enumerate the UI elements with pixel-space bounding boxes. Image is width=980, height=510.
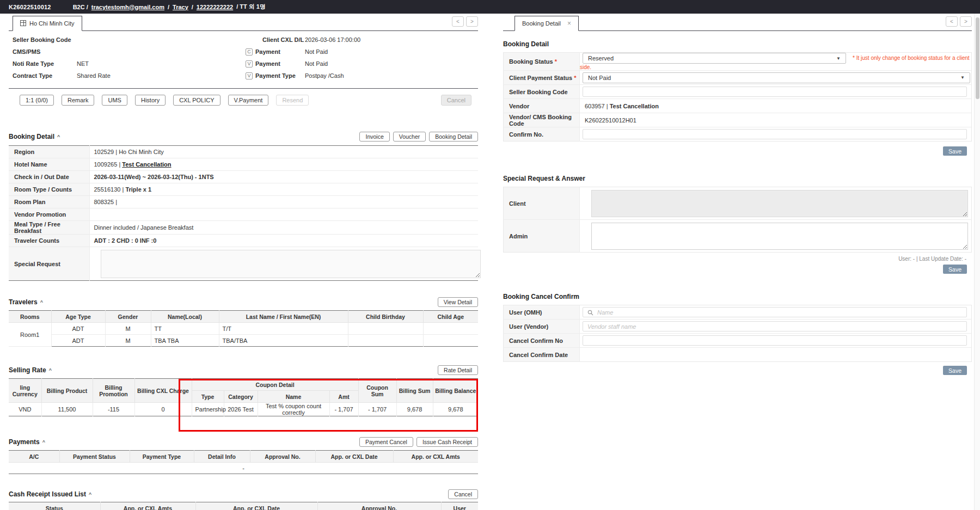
cash-receipt-cancel-button[interactable]: Cancel (448, 489, 478, 499)
user-omh-input[interactable] (583, 307, 967, 317)
invoice-button[interactable]: Invoice (359, 132, 389, 142)
room-plan-label: Room Plan (9, 196, 89, 208)
seller-booking-code-label: Seller Booking Code (13, 36, 77, 43)
table-header-row: Status App. or CXL Amts App. or CXL Date… (9, 502, 478, 510)
cash-receipt-section-header: Cash Receipt Issued List ^ Cancel (9, 488, 478, 500)
col-user: User (441, 502, 478, 510)
admin-answer-textarea[interactable] (591, 223, 968, 250)
client-name-link[interactable]: Tracy (173, 4, 188, 10)
next-tab-button[interactable]: > (466, 16, 478, 27)
hotel-name-link[interactable]: Test Cancellation (122, 161, 171, 168)
booking-status-value: Reserved (588, 55, 614, 62)
prev-tab-button[interactable]: < (452, 16, 464, 27)
client-payment-status-label: Client Payment Status* (504, 71, 580, 85)
billing-balance-cell: 9,678 (433, 403, 478, 416)
cancel-confirm-no-label: Cancel Confirm No (504, 334, 580, 348)
selling-rate-section-header: Selling Rate ^ Rate Detail (9, 364, 478, 376)
cancel-confirm-no-input[interactable] (583, 335, 967, 346)
remark-button[interactable]: Remark (62, 95, 95, 106)
rate-detail-button[interactable]: Rate Detail (438, 365, 478, 375)
col-approval-no: Approval No. (250, 451, 315, 463)
booking-summary-panel: Ho Chi Minh City < > Seller Booking Code… (9, 15, 478, 510)
one-to-one-button[interactable]: 1:1 (0/0) (20, 95, 54, 106)
col-child-age: Child Age (423, 311, 478, 323)
v-payment-button[interactable]: V.Payment (228, 95, 269, 106)
user-omh-label: User (OMH) (504, 305, 580, 319)
collapse-icon[interactable]: ^ (42, 439, 45, 445)
name-local-cell: TBA TBA (151, 335, 219, 347)
save-cancel-confirm-button[interactable]: Save (943, 366, 967, 375)
collapse-icon[interactable]: ^ (49, 367, 52, 373)
vendor-payment-icon: V (246, 60, 253, 67)
client-payment-value: Not Paid (305, 48, 328, 55)
next-tab-button[interactable]: > (960, 16, 972, 27)
collapse-icon[interactable]: ^ (57, 134, 60, 139)
vendor-promotion-label: Vendor Promotion (9, 208, 89, 221)
vendor-payment-value: Not Paid (305, 60, 328, 67)
form-row: Seller Booking Code (504, 85, 972, 99)
scrollbar-thumb[interactable] (976, 17, 979, 99)
noti-rate-type-label: Noti Rate Type (13, 60, 77, 67)
col-app-cxl-date: App. or CXL Date (315, 451, 393, 463)
selling-rate-title: Selling Rate (9, 366, 46, 374)
client-payment-status-select[interactable]: Not Paid▼ (583, 72, 970, 83)
billing-currency-cell: VND (9, 403, 41, 416)
history-button[interactable]: History (135, 95, 166, 106)
col-coupon-type: Type (192, 391, 224, 403)
booking-status-label: Booking Status* (504, 53, 580, 71)
save-special-request-button[interactable]: Save (943, 265, 967, 274)
contract-type-label: Contract Type (13, 72, 77, 79)
client-email-link[interactable]: tracytestomh@gmail.com (91, 4, 164, 10)
booking-action-bar: 1:1 (0/0) Remark UMS History CXL POLICY … (9, 89, 478, 106)
cancel-booking-button[interactable]: Cancel (441, 95, 471, 106)
booking-detail-edit-panel: Booking Detail × < > Booking Detail Book… (503, 15, 972, 375)
last-update-meta: User: - | Last Update Date: - (503, 256, 972, 262)
collapse-icon[interactable]: ^ (89, 491, 91, 497)
col-coupon-amt: Amt (329, 391, 358, 403)
form-row: Confirm No. (504, 127, 972, 142)
seller-booking-code-input[interactable] (583, 87, 967, 97)
tab-ho-chi-minh-city[interactable]: Ho Chi Minh City (13, 16, 82, 31)
col-payment-status: Payment Status (59, 451, 130, 463)
client-payment-label: Payment (255, 48, 305, 55)
client-request-label: Client (504, 187, 580, 220)
collapse-icon[interactable]: ^ (40, 299, 43, 305)
table-row: Meal Type / Free BreakfastDinner include… (9, 221, 478, 235)
payment-cancel-button[interactable]: Payment Cancel (359, 437, 413, 447)
grid-icon (20, 20, 26, 26)
search-icon (587, 310, 593, 316)
close-tab-icon[interactable]: × (567, 20, 571, 27)
col-coupon-sum: Coupon Sum (358, 379, 396, 403)
col-billing-cxl-charge: Billing CXL Charge (134, 379, 192, 403)
cxl-policy-button[interactable]: CXL POLICY (173, 95, 220, 106)
voucher-button[interactable]: Voucher (393, 132, 426, 142)
booking-detail-button[interactable]: Booking Detail (429, 132, 478, 142)
separator: / (192, 4, 193, 10)
client-request-textarea[interactable] (591, 190, 968, 217)
right-tabbar: Booking Detail × < > (503, 15, 972, 31)
empty-row: - (9, 463, 478, 474)
tab-booking-detail[interactable]: Booking Detail × (514, 16, 579, 31)
booking-detail-title: Booking Detail (9, 133, 54, 140)
client-phone-link[interactable]: 12222222222 (197, 4, 233, 10)
name-en-cell: TBA/TBA (219, 335, 348, 347)
special-request-textarea[interactable] (101, 250, 481, 278)
prev-tab-button[interactable]: < (946, 16, 958, 27)
confirm-no-input[interactable] (583, 129, 967, 139)
child-age-cell (423, 323, 478, 335)
ums-button[interactable]: UMS (102, 95, 127, 106)
view-detail-button[interactable]: View Detail (438, 297, 478, 307)
travelers-table: Rooms Age Type Gender Name(Local) Last N… (9, 310, 478, 347)
traveler-count-label: / TT 외 1명 (236, 3, 266, 11)
booking-status-select[interactable]: Reserved▼ (583, 53, 846, 64)
issue-cash-receipt-button[interactable]: Issue Cash Receipt (416, 437, 478, 447)
user-vendor-input[interactable] (583, 321, 967, 331)
table-row: Vendor Promotion (9, 208, 478, 221)
page-scrollbar[interactable] (974, 14, 980, 510)
coupon-category-cell: 2026 Test (224, 403, 258, 416)
resend-button[interactable]: Resend (276, 95, 309, 106)
room-type-id: 25516130 | (94, 186, 126, 193)
save-booking-detail-button[interactable]: Save (943, 146, 967, 156)
table-header-row: Rooms Age Type Gender Name(Local) Last N… (9, 311, 478, 323)
booking-detail-section-header: Booking Detail ^ Invoice Voucher Booking… (9, 131, 478, 143)
